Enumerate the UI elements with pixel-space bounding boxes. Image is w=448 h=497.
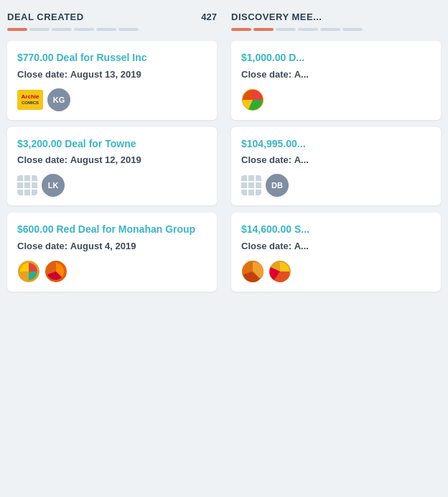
deal-title[interactable]: $3,200.00 Deal for Towne <box>17 137 207 152</box>
deal-date: Close date: August 13, 2019 <box>17 69 207 80</box>
grid-cell <box>256 190 261 195</box>
bar-segment-inactive <box>298 28 318 31</box>
deal-card: $3,200.00 Deal for Towne Close date: Aug… <box>7 127 217 206</box>
bar-segment-inactive <box>96 28 116 31</box>
deal-title[interactable]: $1,000.00 D... <box>241 51 431 65</box>
company-logo-grid <box>17 175 37 195</box>
column-title: DEAL CREATED <box>7 11 84 22</box>
deal-avatars <box>17 260 207 283</box>
deal-date-label: Close date: <box>241 154 291 165</box>
bar-segment-active <box>253 28 274 31</box>
bar-segment-inactive <box>52 28 72 31</box>
deal-date-value: August 13, 2019 <box>70 69 141 80</box>
grid-cell <box>17 190 23 195</box>
avatar-lk: LK <box>42 174 65 197</box>
comics-text: COMICS <box>22 101 39 106</box>
column-header: DISCOVERY MEE... <box>231 11 441 22</box>
deal-date: Close date: August 12, 2019 <box>17 154 207 165</box>
deal-title[interactable]: $600.00 Red Deal for Monahan Group <box>17 223 207 237</box>
deal-date-value: A... <box>294 69 309 80</box>
column-discovery-meeting: DISCOVERY MEE... $1,000.00 D... Close da… <box>224 0 448 310</box>
grid-cell <box>32 175 37 181</box>
bar-segment-inactive <box>276 28 296 31</box>
deal-date-value: A... <box>294 241 309 251</box>
deal-avatars: DB <box>241 174 431 197</box>
bar-segment-inactive <box>29 28 50 31</box>
archie-text: Archie <box>22 94 39 101</box>
column-title: DISCOVERY MEE... <box>231 11 322 22</box>
deal-card: $14,600.00 S... Close date: A... <box>231 213 441 292</box>
deal-date: Close date: A... <box>241 241 431 251</box>
deal-date: Close date: A... <box>241 154 431 165</box>
company-logo-pie <box>17 260 40 283</box>
deal-avatars: LK <box>17 174 207 197</box>
column-header: DEAL CREATED 427 <box>7 11 217 22</box>
deal-date-label: Close date: <box>241 69 291 80</box>
grid-cell <box>256 182 261 188</box>
bar-segment-active <box>7 28 27 31</box>
grid-cell <box>241 182 247 188</box>
kanban-board: DEAL CREATED 427 $770.00 Deal for Russel… <box>0 0 448 310</box>
company-logo-pie <box>241 260 264 283</box>
company-logo-pie-2 <box>269 260 291 283</box>
deal-date-value: A... <box>294 154 309 165</box>
deal-date-label: Close date: <box>17 154 67 165</box>
column-progress-bar <box>231 28 441 31</box>
grid-cell <box>17 182 23 188</box>
deal-date: Close date: A... <box>241 69 431 80</box>
column-deal-created: DEAL CREATED 427 $770.00 Deal for Russel… <box>0 0 224 310</box>
avatar-db: DB <box>266 174 289 197</box>
deal-title[interactable]: $770.00 Deal for Russel Inc <box>17 51 207 65</box>
grid-cell <box>17 175 23 181</box>
deal-card: $104,995.00... Close date: A... DB <box>231 127 441 206</box>
grid-cell <box>24 190 30 195</box>
grid-cell <box>241 190 247 195</box>
grid-cell <box>256 175 261 181</box>
grid-cell <box>248 175 254 181</box>
grid-cell <box>32 182 37 188</box>
grid-cell <box>241 175 247 181</box>
deal-date-label: Close date: <box>17 241 67 251</box>
deal-card: $1,000.00 D... Close date: A... <box>231 41 441 120</box>
deal-card: $600.00 Red Deal for Monahan Group Close… <box>7 213 217 292</box>
deal-card: $770.00 Deal for Russel Inc Close date: … <box>7 41 217 120</box>
deal-avatars <box>241 260 431 283</box>
deal-avatars: Archie COMICS KG <box>17 88 207 111</box>
avatar-kg: KG <box>47 88 70 111</box>
grid-cell <box>248 190 254 195</box>
grid-cell <box>24 182 30 188</box>
bar-segment-inactive <box>342 28 363 31</box>
company-logo-grid <box>241 175 261 195</box>
grid-cell <box>24 175 30 181</box>
grid-cell <box>248 182 254 188</box>
bar-segment-active <box>231 28 251 31</box>
column-count: 427 <box>201 11 217 22</box>
deal-date: Close date: August 4, 2019 <box>17 241 207 251</box>
company-logo-pie-2 <box>45 260 67 283</box>
deal-date-label: Close date: <box>241 241 291 251</box>
deal-title[interactable]: $14,600.00 S... <box>241 223 431 237</box>
bar-segment-inactive <box>118 28 139 31</box>
deal-title[interactable]: $104,995.00... <box>241 137 431 152</box>
deal-date-value: August 4, 2019 <box>70 241 136 251</box>
grid-cell <box>32 190 37 195</box>
deal-date-label: Close date: <box>17 69 67 80</box>
deal-date-value: August 12, 2019 <box>70 154 141 165</box>
bar-segment-inactive <box>74 28 94 31</box>
company-logo-pie <box>241 88 264 111</box>
column-progress-bar <box>7 28 217 31</box>
bar-segment-inactive <box>320 28 340 31</box>
company-logo-archie: Archie COMICS <box>17 90 43 110</box>
deal-avatars <box>241 88 431 111</box>
